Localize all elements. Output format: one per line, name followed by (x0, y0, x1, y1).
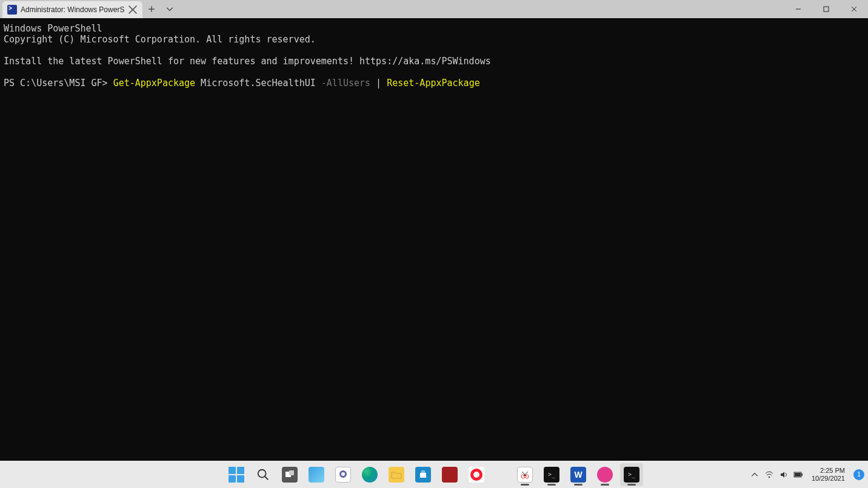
window-controls (784, 0, 868, 18)
terminal-flag: -AllUsers (321, 78, 370, 89)
tab-actions (142, 0, 179, 18)
svg-rect-11 (289, 470, 294, 475)
search-button[interactable] (252, 463, 275, 486)
terminal-prompt: PS C:\Users\MSI GF> (4, 78, 113, 89)
svg-rect-23 (801, 473, 803, 476)
snip-icon (517, 467, 533, 483)
svg-rect-15 (422, 471, 424, 473)
store-icon (415, 467, 431, 483)
svg-line-19 (523, 472, 528, 476)
terminal-line: Windows PowerShell (4, 23, 102, 34)
widgets-icon (309, 467, 324, 483)
app-red-button[interactable] (438, 463, 461, 486)
wifi-icon[interactable] (764, 470, 774, 480)
snip-button[interactable] (513, 463, 536, 486)
titlebar: Administrator: Windows PowerS (0, 0, 868, 18)
volume-icon[interactable] (779, 470, 789, 480)
tab-powershell[interactable]: Administrator: Windows PowerS (2, 1, 142, 18)
svg-point-20 (769, 476, 770, 477)
terminal-pipe: | (370, 78, 387, 89)
svg-line-9 (265, 476, 269, 480)
tab-dropdown-button[interactable] (161, 0, 179, 18)
opera-icon (469, 467, 484, 483)
explorer-button[interactable] (385, 463, 408, 486)
minimize-button[interactable] (784, 0, 812, 18)
store-button[interactable] (412, 463, 435, 486)
svg-rect-14 (420, 473, 426, 478)
svg-rect-5 (824, 7, 829, 12)
tray-chevron-icon[interactable] (750, 470, 760, 480)
windows-icon (229, 467, 244, 483)
opera-button[interactable] (465, 463, 488, 486)
notification-badge[interactable]: 1 (853, 469, 864, 480)
widgets-button[interactable] (305, 463, 328, 486)
terminal-output[interactable]: Windows PowerShell Copyright (C) Microso… (0, 18, 868, 461)
tab-title: Administrator: Windows PowerS (21, 5, 124, 14)
powershell-icon (7, 5, 17, 15)
battery-icon[interactable] (793, 470, 803, 480)
terminal-line: Install the latest PowerShell for new fe… (4, 56, 491, 67)
search-icon (256, 468, 270, 481)
new-tab-button[interactable] (142, 0, 161, 18)
edge-icon (362, 467, 378, 483)
clock-date: 10/29/2021 (812, 475, 845, 483)
tab-close-button[interactable] (128, 5, 138, 15)
chat-icon (335, 467, 351, 483)
clock[interactable]: 2:25 PM 10/29/2021 (812, 467, 845, 483)
maximize-button[interactable] (812, 0, 840, 18)
clock-time: 2:25 PM (812, 467, 845, 475)
app-red-icon (442, 467, 458, 483)
svg-point-13 (341, 472, 345, 476)
close-button[interactable] (840, 0, 868, 18)
lips-icon (597, 467, 613, 483)
word-icon: W (570, 467, 586, 483)
svg-line-18 (522, 472, 527, 476)
taskview-icon (282, 467, 298, 483)
chat-button[interactable] (332, 463, 355, 486)
svg-marker-21 (781, 472, 784, 478)
word-button[interactable]: W (567, 463, 590, 486)
terminal-taskbar-button[interactable]: >_ (620, 463, 643, 486)
cmd-button[interactable]: >_ (540, 463, 563, 486)
taskview-button[interactable] (278, 463, 301, 486)
terminal-icon: >_ (624, 467, 639, 483)
notification-count: 1 (857, 471, 861, 478)
terminal-cmdlet: Reset-AppxPackage (387, 78, 480, 89)
taskbar-center: >_ W >_ (225, 461, 643, 488)
terminal-arg: Microsoft.SecHealthUI (195, 78, 321, 89)
app-pink-button[interactable] (593, 463, 616, 486)
tab-strip: Administrator: Windows PowerS (0, 0, 142, 18)
svg-rect-24 (795, 473, 801, 476)
system-tray: 2:25 PM 10/29/2021 1 (750, 461, 864, 488)
terminal-line: Copyright (C) Microsoft Corporation. All… (4, 34, 316, 45)
terminal-cmdlet: Get-AppxPackage (113, 78, 195, 89)
svg-point-8 (258, 469, 266, 477)
folder-icon (389, 467, 404, 483)
taskbar: >_ W >_ 2:25 PM 10/29/2021 1 (0, 461, 868, 488)
edge-button[interactable] (358, 463, 381, 486)
start-button[interactable] (225, 463, 248, 486)
cmd-icon: >_ (544, 467, 559, 483)
